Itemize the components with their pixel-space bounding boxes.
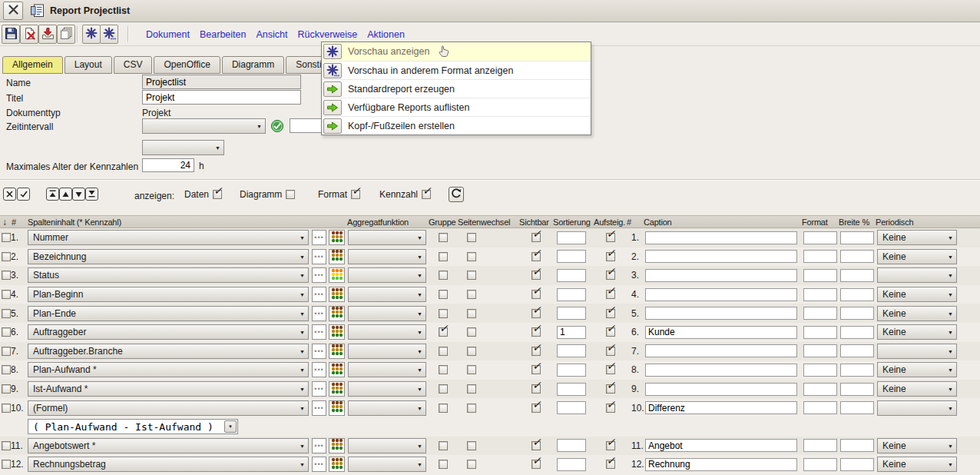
aggregate-select[interactable]: ▼	[348, 344, 426, 359]
menu-item-r-ckverweise[interactable]: Rückverweise	[297, 29, 357, 40]
show-daten-checkbox[interactable]: ✓	[213, 190, 222, 199]
breite-input[interactable]	[840, 344, 874, 357]
sortierung-input[interactable]	[557, 344, 586, 357]
detail-button[interactable]: •••	[312, 457, 326, 472]
formula-dropdown-button[interactable]: ▼	[224, 420, 237, 433]
color-grid-button[interactable]	[329, 230, 345, 245]
detail-button[interactable]: •••	[312, 230, 326, 245]
menu-item-bearbeiten[interactable]: Bearbeiten	[200, 29, 246, 40]
periodisch-select[interactable]: Keine▼	[877, 230, 957, 245]
column-content-select[interactable]: Auftraggeber.Branche▼	[28, 344, 309, 359]
sortierung-input[interactable]	[557, 364, 586, 377]
breite-input[interactable]	[840, 364, 874, 377]
caption-input[interactable]	[645, 288, 797, 301]
name-field[interactable]	[142, 75, 301, 89]
aufsteigend-checkbox[interactable]: ✓	[606, 252, 615, 261]
aufsteigend-checkbox[interactable]: ✓	[606, 271, 615, 280]
gruppe-checkbox[interactable]	[439, 252, 448, 261]
aggregate-select[interactable]: ▼	[348, 230, 426, 245]
sortierung-input[interactable]	[557, 250, 586, 263]
column-content-select[interactable]: Nummer▼	[28, 230, 309, 245]
sortierung-input[interactable]	[557, 231, 586, 244]
color-grid-button[interactable]	[329, 438, 345, 453]
aggregate-select[interactable]: ▼	[348, 438, 426, 453]
action-menu-item-verf-gbare-reports-auflisten[interactable]: Verfügbare Reports auflisten	[322, 98, 591, 116]
move-top-button[interactable]	[46, 188, 59, 201]
save-button[interactable]	[2, 25, 20, 44]
gruppe-checkbox[interactable]	[439, 384, 448, 394]
sichtbar-checkbox[interactable]: ✓	[531, 327, 541, 337]
caption-input[interactable]	[645, 401, 797, 414]
row-select-checkbox[interactable]	[2, 252, 11, 261]
caption-input[interactable]	[645, 250, 797, 263]
show-kennzahl-checkbox[interactable]: ✓	[422, 190, 431, 199]
breite-input[interactable]	[840, 250, 874, 263]
aufsteigend-checkbox[interactable]: ✓	[606, 404, 615, 413]
format-input[interactable]	[803, 439, 837, 452]
sortierung-input[interactable]	[557, 383, 586, 396]
seitenwechsel-checkbox[interactable]	[467, 460, 476, 469]
seitenwechsel-checkbox[interactable]	[467, 252, 476, 261]
row-select-checkbox[interactable]	[2, 233, 11, 242]
seitenwechsel-checkbox[interactable]	[467, 271, 476, 280]
import-button[interactable]	[38, 25, 57, 44]
format-input[interactable]	[803, 364, 837, 377]
aufsteigend-checkbox[interactable]: ✓	[606, 327, 615, 337]
periodisch-select[interactable]: Keine▼	[877, 249, 957, 264]
move-up-button[interactable]	[59, 188, 72, 201]
detail-button[interactable]: •••	[312, 381, 326, 397]
aggregate-select[interactable]: ▼	[348, 457, 426, 472]
gruppe-checkbox[interactable]	[439, 460, 448, 469]
periodisch-select[interactable]: Keine▼	[877, 438, 957, 453]
row-select-checkbox[interactable]	[2, 365, 11, 374]
column-content-select[interactable]: Plan-Ende▼	[28, 306, 309, 321]
aufsteigend-checkbox[interactable]: ✓	[606, 309, 615, 318]
seitenwechsel-checkbox[interactable]	[467, 404, 476, 413]
tab-openoffice[interactable]: OpenOffice	[154, 56, 220, 74]
sichtbar-checkbox[interactable]: ✓	[531, 441, 541, 450]
seitenwechsel-checkbox[interactable]	[467, 384, 476, 394]
color-grid-button[interactable]	[329, 249, 345, 264]
sichtbar-checkbox[interactable]: ✓	[531, 252, 541, 261]
sortierung-input[interactable]	[557, 326, 586, 339]
aggregate-select[interactable]: ▼	[348, 381, 426, 397]
menu-item-dokument[interactable]: Dokument	[146, 29, 190, 40]
aufsteigend-checkbox[interactable]: ✓	[606, 290, 615, 299]
breite-input[interactable]	[840, 383, 874, 396]
tab-allgemein[interactable]: Allgemein	[2, 56, 63, 74]
caption-input[interactable]	[645, 231, 797, 244]
format-input[interactable]	[803, 269, 837, 282]
periodisch-select[interactable]: Keine▼	[877, 362, 957, 377]
move-bottom-button[interactable]	[85, 188, 98, 201]
detail-button[interactable]: •••	[312, 362, 326, 377]
aggregate-select[interactable]: ▼	[348, 324, 426, 340]
detail-button[interactable]: •••	[312, 287, 326, 302]
close-button[interactable]	[3, 2, 23, 20]
action-menu-item-vorschau-anzeigen[interactable]: Vorschau anzeigen	[322, 42, 591, 61]
row-select-checkbox[interactable]	[2, 460, 11, 469]
row-select-checkbox[interactable]	[2, 384, 11, 394]
delete-selected-button[interactable]	[3, 188, 16, 201]
sortierung-input[interactable]	[557, 307, 586, 320]
format-input[interactable]	[803, 250, 837, 263]
sichtbar-checkbox[interactable]: ✓	[531, 271, 541, 280]
breite-input[interactable]	[840, 269, 874, 282]
breite-input[interactable]	[840, 439, 874, 452]
caption-input[interactable]	[645, 344, 797, 357]
row-select-checkbox[interactable]	[2, 327, 11, 337]
seitenwechsel-checkbox[interactable]	[467, 347, 476, 356]
sortierung-input[interactable]	[557, 458, 586, 471]
caption-input[interactable]	[645, 439, 797, 452]
color-grid-button[interactable]	[329, 324, 345, 340]
gruppe-checkbox[interactable]	[439, 365, 448, 374]
gruppe-checkbox[interactable]	[439, 233, 448, 242]
color-grid-button[interactable]	[329, 362, 345, 377]
format-input[interactable]	[803, 307, 837, 320]
aggregate-select[interactable]: ▼	[348, 287, 426, 302]
show-diagramm-checkbox[interactable]	[286, 190, 295, 199]
row-select-checkbox[interactable]	[2, 271, 11, 280]
detail-button[interactable]: •••	[312, 324, 326, 340]
breite-input[interactable]	[840, 326, 874, 339]
gruppe-checkbox[interactable]: ✓	[439, 327, 448, 337]
color-grid-button[interactable]	[329, 306, 345, 321]
